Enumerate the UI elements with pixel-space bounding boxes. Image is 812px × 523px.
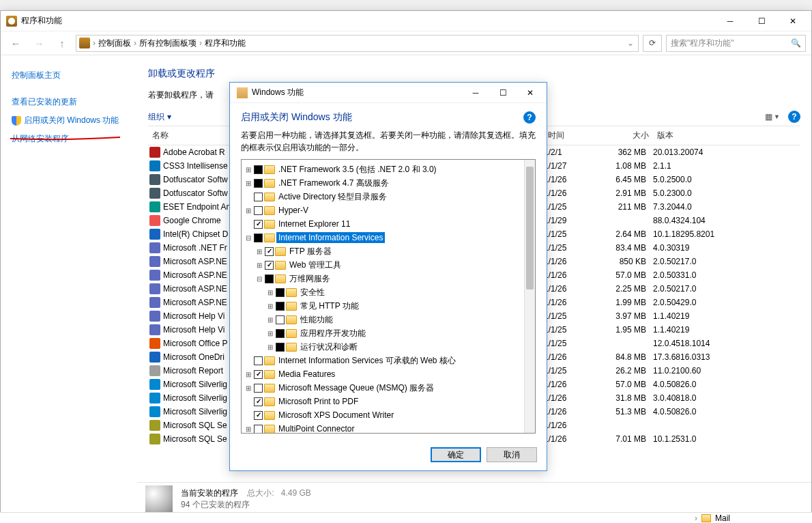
checkbox[interactable] xyxy=(276,302,285,311)
checkbox[interactable] xyxy=(265,261,274,270)
feature-tree[interactable]: ⊞ .NET Framework 3.5 (包括 .NET 2.0 和 3.0)… xyxy=(241,159,536,434)
tree-node[interactable]: ⊞ MultiPoint Connector xyxy=(243,422,534,434)
expander-icon[interactable]: ⊞ xyxy=(244,207,252,214)
tree-node[interactable]: ⊞ Media Features xyxy=(243,367,534,381)
checkbox[interactable] xyxy=(254,425,263,434)
program-date: 1/1/26 xyxy=(544,434,592,444)
expander-icon[interactable]: ⊞ xyxy=(255,262,263,269)
breadcrumb-item[interactable]: 控制面板 xyxy=(98,38,131,49)
tree-node[interactable]: ⊞ 安全性 xyxy=(243,285,534,299)
folder-icon xyxy=(275,261,286,270)
search-input[interactable]: 搜索"程序和功能" 🔍 xyxy=(666,35,806,52)
view-button[interactable]: ▦ ▼ xyxy=(765,112,780,122)
tree-node[interactable]: ⊞ 性能功能 xyxy=(243,313,534,326)
tree-node[interactable]: ⊟ 万维网服务 xyxy=(243,272,534,285)
expander-icon[interactable]: ⊞ xyxy=(266,343,274,351)
checkbox[interactable] xyxy=(265,274,274,283)
checkbox[interactable] xyxy=(254,397,263,406)
expander-icon[interactable]: ⊞ xyxy=(244,166,252,173)
help-button[interactable]: ? xyxy=(788,111,800,123)
cancel-button[interactable]: 取消 xyxy=(487,447,537,462)
checkbox[interactable] xyxy=(276,343,285,352)
tree-label: .NET Framework 3.5 (包括 .NET 2.0 和 3.0) xyxy=(276,163,439,176)
expander-icon[interactable]: ⊞ xyxy=(244,180,252,187)
checkbox[interactable] xyxy=(254,411,263,420)
program-name: Microsoft SQL Se xyxy=(163,421,227,430)
checkbox[interactable] xyxy=(276,329,285,338)
tree-node[interactable]: ⊞ 运行状况和诊断 xyxy=(243,340,534,354)
checkbox[interactable] xyxy=(254,370,263,379)
tree-scrollbar[interactable] xyxy=(524,160,535,433)
tree-node[interactable]: ⊞ .NET Framework 4.7 高级服务 xyxy=(243,176,534,190)
dialog-help-button[interactable]: ? xyxy=(523,111,536,124)
peek-label[interactable]: Mail xyxy=(715,513,730,523)
checkbox[interactable] xyxy=(254,356,263,365)
checkbox[interactable] xyxy=(276,288,285,297)
checkbox[interactable] xyxy=(254,384,263,393)
checkbox[interactable] xyxy=(265,247,274,256)
status-count: 94 个已安装的程序 xyxy=(181,499,311,511)
tree-node[interactable]: Microsoft XPS Document Writer xyxy=(243,408,534,422)
program-version: 4.0.50826.0 xyxy=(653,407,800,416)
organize-button[interactable]: 组织 ▾ xyxy=(148,111,171,123)
forward-button[interactable]: → xyxy=(29,33,48,53)
expander-icon[interactable]: ⊞ xyxy=(266,289,274,296)
checkbox[interactable] xyxy=(254,234,263,242)
expander-icon[interactable]: ⊟ xyxy=(244,234,252,242)
breadcrumb[interactable]: › 控制面板 › 所有控制面板项 › 程序和功能 ⌄ xyxy=(76,35,639,52)
tree-node[interactable]: ⊞ 常见 HTTP 功能 xyxy=(243,299,534,313)
expander-icon[interactable]: ⊞ xyxy=(244,425,252,433)
expander-icon[interactable]: ⊟ xyxy=(255,275,263,283)
expander-icon[interactable]: ⊞ xyxy=(266,316,274,324)
expander-icon[interactable]: ⊞ xyxy=(266,302,274,310)
program-name: ESET Endpoint An xyxy=(163,202,231,212)
program-name: Microsoft ASP.NE xyxy=(163,298,227,307)
refresh-button[interactable]: ⟳ xyxy=(643,35,662,52)
tree-node[interactable]: ⊞ Web 管理工具 xyxy=(243,258,534,272)
tree-node[interactable]: ⊞ Microsoft Message Queue (MSMQ) 服务器 xyxy=(243,381,534,395)
breadcrumb-dropdown-icon[interactable]: ⌄ xyxy=(626,38,635,48)
expander-icon[interactable]: ⊞ xyxy=(244,384,252,392)
tree-node[interactable]: ⊞ FTP 服务器 xyxy=(243,244,534,258)
col-header-size[interactable]: 大小 xyxy=(592,126,653,145)
tree-node[interactable]: Microsoft Print to PDF xyxy=(243,395,534,408)
back-button[interactable]: ← xyxy=(6,33,25,53)
sidebar-link-home[interactable]: 控制面板主页 xyxy=(9,66,129,85)
col-header-date[interactable]: 时间 xyxy=(544,126,592,145)
tree-node[interactable]: ⊞ Hyper-V xyxy=(243,203,534,217)
tree-node[interactable]: Internet Information Services 可承载的 Web 核… xyxy=(243,354,534,367)
breadcrumb-item[interactable]: 程序和功能 xyxy=(205,38,246,49)
checkbox[interactable] xyxy=(254,206,263,215)
program-size: 3.97 MB xyxy=(592,311,653,321)
dialog-minimize-button[interactable]: ─ xyxy=(462,83,489,103)
program-name: Microsoft Silverlig xyxy=(163,380,227,389)
ok-button[interactable]: 确定 xyxy=(431,447,481,462)
tree-node[interactable]: Internet Explorer 11 xyxy=(243,217,534,231)
folder-icon xyxy=(264,179,275,188)
col-header-version[interactable]: 版本 xyxy=(653,126,800,145)
dialog-close-button[interactable]: ✕ xyxy=(517,83,544,103)
close-button[interactable]: ✕ xyxy=(777,11,809,31)
tree-node[interactable]: ⊟ Internet Information Services xyxy=(243,231,534,244)
sidebar-link-updates[interactable]: 查看已安装的更新 xyxy=(9,93,129,111)
expander-icon[interactable]: ⊞ xyxy=(255,248,263,255)
sidebar-link-windows-features[interactable]: 启用或关闭 Windows 功能 xyxy=(9,111,129,130)
program-date: 1/1/27 xyxy=(544,161,592,171)
checkbox[interactable] xyxy=(254,193,263,201)
dialog-maximize-button[interactable]: ☐ xyxy=(489,83,517,103)
up-button[interactable]: ↑ xyxy=(53,33,72,53)
checkbox[interactable] xyxy=(254,179,263,188)
tree-node[interactable]: ⊞ .NET Framework 3.5 (包括 .NET 2.0 和 3.0) xyxy=(243,162,534,176)
program-date: 1/1/26 xyxy=(544,284,592,294)
checkbox[interactable] xyxy=(254,165,263,174)
breadcrumb-item[interactable]: 所有控制面板项 xyxy=(139,38,197,49)
expander-icon[interactable]: ⊞ xyxy=(244,371,252,378)
checkbox[interactable] xyxy=(276,315,285,324)
expander-icon[interactable]: ⊞ xyxy=(266,330,274,337)
minimize-button[interactable]: ─ xyxy=(714,11,746,31)
maximize-button[interactable]: ☐ xyxy=(746,11,777,31)
checkbox[interactable] xyxy=(254,220,263,229)
tree-node[interactable]: Active Directory 轻型目录服务 xyxy=(243,190,534,203)
tree-node[interactable]: ⊞ 应用程序开发功能 xyxy=(243,326,534,340)
nav-row: ← → ↑ › 控制面板 › 所有控制面板项 › 程序和功能 ⌄ ⟳ 搜索"程序… xyxy=(1,31,811,55)
